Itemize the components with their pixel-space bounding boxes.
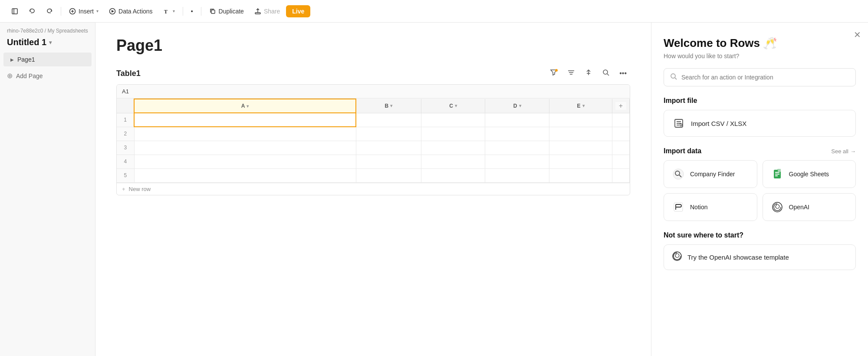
cell-b1[interactable] xyxy=(356,113,421,127)
add-page-icon: ⊕ xyxy=(7,72,13,80)
svg-rect-9 xyxy=(255,13,260,14)
main-layout: rhino-7e88e2c0 / My Spreadsheets Untitle… xyxy=(0,23,868,356)
undo-button[interactable] xyxy=(24,5,40,17)
title-dropdown-icon[interactable]: ▾ xyxy=(49,40,52,46)
cell-c3[interactable] xyxy=(421,141,485,155)
see-all-arrow-icon: → xyxy=(850,148,856,155)
sort-button[interactable] xyxy=(581,67,596,80)
cell-b5[interactable] xyxy=(356,168,421,182)
cell-d4[interactable] xyxy=(485,155,549,168)
notion-label: Notion xyxy=(690,204,707,211)
add-page-button[interactable]: ⊕ Add Page xyxy=(0,68,95,83)
cell-c5[interactable] xyxy=(421,168,485,182)
company-finder-card[interactable]: Company Finder xyxy=(664,160,757,188)
cell-b2[interactable] xyxy=(356,127,421,141)
openai-showcase-icon xyxy=(672,251,682,264)
table-name: Table1 xyxy=(116,69,543,78)
title-text: Untitled 1 xyxy=(7,37,46,47)
page-title: Page1 xyxy=(116,36,630,55)
col-d-dropdown-icon[interactable]: ▾ xyxy=(519,103,521,108)
duplicate-label: Duplicate xyxy=(219,8,244,15)
openai-card[interactable]: OpenAI xyxy=(763,193,856,221)
search-input[interactable] xyxy=(681,74,849,81)
filter-magic-button[interactable] xyxy=(546,67,561,80)
openai-showcase-card[interactable]: Try the OpenAI showcase template xyxy=(664,244,856,270)
add-column-button[interactable]: + xyxy=(615,102,626,110)
spreadsheet-title: Untitled 1 ▾ xyxy=(0,37,95,53)
more-options-button[interactable]: • xyxy=(187,5,197,17)
cell-d2[interactable] xyxy=(485,127,549,141)
header-col-c[interactable]: C ▾ xyxy=(421,99,485,113)
svg-point-16 xyxy=(603,70,608,74)
svg-rect-30 xyxy=(775,175,778,176)
cell-b3[interactable] xyxy=(356,141,421,155)
add-row-button[interactable]: + New row xyxy=(117,183,630,195)
share-button[interactable]: Share xyxy=(250,5,284,17)
page-item-label: Page1 xyxy=(17,56,35,63)
cell-d3[interactable] xyxy=(485,141,549,155)
cell-e3[interactable] xyxy=(549,141,612,155)
cell-d5[interactable] xyxy=(485,168,549,182)
see-all-button[interactable]: See all → xyxy=(831,148,856,155)
svg-text:T: T xyxy=(164,9,168,15)
spreadsheet: A1 A ▾ B ▾ xyxy=(116,84,630,195)
header-col-b[interactable]: B ▾ xyxy=(356,99,421,113)
header-col-a[interactable]: A ▾ xyxy=(134,99,356,113)
live-button[interactable]: Live xyxy=(286,5,310,17)
svg-rect-31 xyxy=(778,169,781,172)
header-col-d[interactable]: D ▾ xyxy=(485,99,549,113)
col-a-dropdown-icon[interactable]: ▾ xyxy=(247,104,249,109)
cell-a1[interactable] xyxy=(134,113,356,127)
col-c-dropdown-icon[interactable]: ▾ xyxy=(455,103,457,108)
cell-e5[interactable] xyxy=(549,168,612,182)
add-row-label: New row xyxy=(129,186,151,192)
cell-a2[interactable] xyxy=(134,127,356,141)
col-c-label: C xyxy=(449,103,453,109)
data-actions-button[interactable]: Data Actions xyxy=(105,5,157,17)
page-arrow-icon: ▶ xyxy=(10,57,14,62)
add-column-header[interactable]: + xyxy=(612,99,630,113)
table-row: 5 xyxy=(117,168,630,182)
toolbar: Insert ▾ Data Actions T ▾ • Duplicate Sh… xyxy=(0,0,868,23)
cell-a4[interactable] xyxy=(134,155,356,168)
cell-a3[interactable] xyxy=(134,141,356,155)
sidebar-page-item[interactable]: ▶ Page1 xyxy=(3,53,92,66)
insert-button[interactable]: Insert ▾ xyxy=(65,5,103,17)
table-row: 1 xyxy=(117,113,630,127)
sidebar-toggle-button[interactable] xyxy=(7,5,23,17)
cell-e4[interactable] xyxy=(549,155,612,168)
panel-close-button[interactable]: ✕ xyxy=(854,30,861,40)
data-actions-label: Data Actions xyxy=(118,8,153,15)
text-format-button[interactable]: T ▾ xyxy=(159,5,179,17)
svg-rect-28 xyxy=(775,172,779,173)
row-num-2: 2 xyxy=(117,127,134,141)
col-e-dropdown-icon[interactable]: ▾ xyxy=(582,103,585,108)
cell-e1[interactable] xyxy=(549,113,612,127)
col-b-dropdown-icon[interactable]: ▾ xyxy=(390,103,392,108)
row-num-5: 5 xyxy=(117,168,134,182)
cell-f1 xyxy=(612,113,630,127)
see-all-label: See all xyxy=(831,148,848,155)
redo-button[interactable] xyxy=(42,5,57,17)
cell-d1[interactable] xyxy=(485,113,549,127)
add-row-icon: + xyxy=(122,186,125,192)
panel-subtitle: How would you like to start? xyxy=(664,53,856,59)
cell-c2[interactable] xyxy=(421,127,485,141)
table-row: 3 xyxy=(117,141,630,155)
search-table-button[interactable] xyxy=(598,67,613,80)
notion-card[interactable]: Notion xyxy=(664,193,757,221)
more-table-button[interactable]: ••• xyxy=(616,68,630,79)
company-finder-icon xyxy=(672,168,685,181)
import-csv-card[interactable]: Import CSV / XLSX xyxy=(664,110,856,137)
cell-e2[interactable] xyxy=(549,127,612,141)
col-b-label: B xyxy=(385,103,389,109)
google-sheets-card[interactable]: Google Sheets xyxy=(763,160,856,188)
cell-c4[interactable] xyxy=(421,155,485,168)
filter-button[interactable] xyxy=(564,67,579,80)
cell-b4[interactable] xyxy=(356,155,421,168)
duplicate-button[interactable]: Duplicate xyxy=(205,5,248,17)
google-sheets-icon xyxy=(771,168,784,181)
header-col-e[interactable]: E ▾ xyxy=(549,99,612,113)
cell-a5[interactable] xyxy=(134,168,356,182)
cell-c1[interactable] xyxy=(421,113,485,127)
